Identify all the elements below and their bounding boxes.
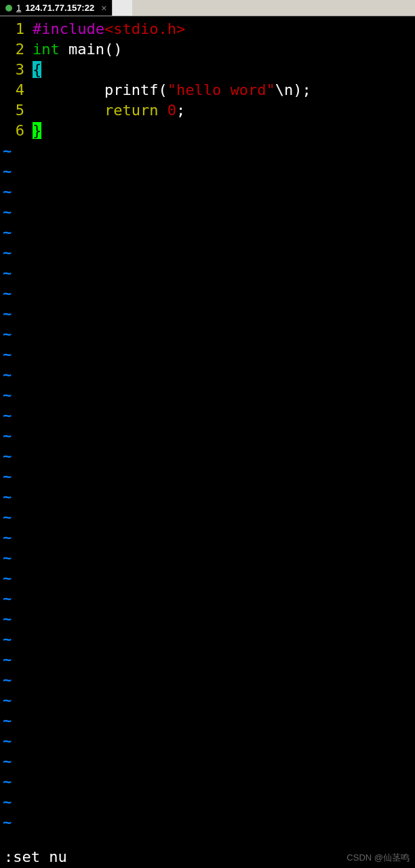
code-token: return [104,102,158,119]
line-number: 4 [0,80,33,100]
code-content[interactable]: { [33,60,41,80]
empty-line-marker: ~ [0,528,415,548]
empty-line-marker: ~ [0,711,415,731]
code-content[interactable]: printf("hello word"\n); [33,80,311,100]
empty-line-marker: ~ [0,609,415,629]
empty-line-marker: ~ [0,385,415,406]
empty-line-marker: ~ [0,182,415,202]
line-number: 5 [0,100,33,121]
code-line[interactable]: 2int main() [0,39,415,60]
empty-line-marker: ~ [0,324,415,344]
empty-line-marker: ~ [0,751,415,772]
line-number: 3 [0,60,33,80]
empty-line-marker: ~ [0,812,415,833]
empty-line-marker: ~ [0,263,415,283]
empty-line-marker: ~ [0,222,415,243]
watermark: CSDN @仙茎鸣 [347,852,410,864]
empty-line-marker: ~ [0,161,415,182]
empty-line-marker: ~ [0,731,415,751]
code-content[interactable]: return 0; [33,100,185,121]
empty-line-marker: ~ [0,365,415,385]
code-token: printf [33,81,158,98]
empty-line-marker: ~ [0,487,415,507]
empty-line-marker: ~ [0,283,415,304]
empty-line-marker: ~ [0,690,415,711]
empty-line-marker: ~ [0,304,415,324]
code-token [158,102,167,119]
code-line[interactable]: 6} [0,121,415,141]
status-dot-icon [5,5,12,12]
code-line[interactable]: 1#include<stdio.h> [0,19,415,39]
empty-line-marker: ~ [0,446,415,467]
code-token: #include [33,20,104,37]
line-number: 6 [0,121,33,141]
code-token: ( [158,81,167,98]
tab-active[interactable]: 1 124.71.77.157:22 × [0,0,112,16]
code-token: 0 [167,102,176,119]
empty-line-marker: ~ [0,568,415,589]
empty-line-marker: ~ [0,792,415,812]
code-line[interactable]: 3{ [0,60,415,80]
code-content[interactable]: #include<stdio.h> [33,19,185,39]
code-content[interactable]: int main() [33,39,122,60]
editor-area[interactable]: 1#include<stdio.h>2int main()3{4 printf(… [0,16,415,846]
empty-line-marker: ~ [0,243,415,263]
code-line[interactable]: 5 return 0; [0,100,415,121]
empty-line-marker: ~ [0,629,415,650]
code-line[interactable]: 4 printf("hello word"\n); [0,80,415,100]
code-token: \n); [275,81,311,98]
code-content[interactable]: } [33,121,41,141]
code-token: () [104,41,123,58]
empty-line-marker: ~ [0,548,415,568]
empty-line-marker: ~ [0,670,415,690]
close-icon[interactable]: × [101,3,106,14]
code-token: main [60,41,104,58]
code-token: "hello word" [167,81,275,98]
empty-line-marker: ~ [0,589,415,609]
empty-line-marker: ~ [0,344,415,365]
code-token: <stdio.h> [104,20,185,37]
empty-line-marker: ~ [0,772,415,792]
tab-title: 124.71.77.157:22 [25,3,94,13]
empty-line-marker: ~ [0,507,415,528]
code-token [33,102,104,119]
line-number: 2 [0,39,33,60]
tab-new[interactable] [112,0,132,16]
empty-line-marker: ~ [0,650,415,670]
line-number: 1 [0,19,33,39]
tab-number: 1 [16,3,21,13]
empty-line-marker: ~ [0,406,415,426]
empty-line-marker: ~ [0,202,415,222]
code-token: int [33,41,60,58]
code-token: { [33,61,41,78]
empty-line-marker: ~ [0,467,415,487]
tab-bar: 1 124.71.77.157:22 × [0,0,415,16]
empty-line-marker: ~ [0,141,415,161]
code-token: } [33,122,41,139]
empty-line-marker: ~ [0,426,415,446]
code-token: ; [176,102,185,119]
